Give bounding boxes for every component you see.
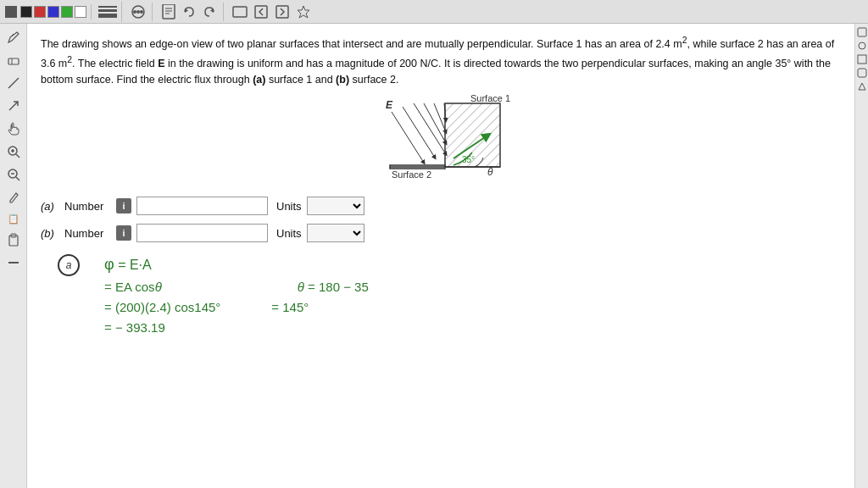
line-medium[interactable] xyxy=(98,9,117,12)
toolbar-hand-icon[interactable] xyxy=(3,119,24,139)
problem-text-content: The drawing shows an edge-on view of two… xyxy=(41,38,834,86)
right-sidebar xyxy=(854,24,868,488)
svg-rect-30 xyxy=(858,28,866,36)
svg-rect-33 xyxy=(858,69,866,77)
part-a-number-label: Number xyxy=(64,200,111,213)
solution-line-1: φ = E·A xyxy=(104,252,841,277)
toolbar-arrow-icon[interactable] xyxy=(3,96,24,116)
svg-text:θ: θ xyxy=(487,166,493,178)
color-red[interactable] xyxy=(34,6,46,18)
right-icon-4[interactable] xyxy=(857,68,867,78)
part-a-info-button[interactable]: i xyxy=(116,198,131,214)
right-icon-1[interactable] xyxy=(857,27,867,37)
solution-line-4: = − 393.19 xyxy=(104,318,841,338)
toolbar-pen-icon[interactable] xyxy=(3,27,24,47)
toolbar-eraser-icon[interactable] xyxy=(3,50,24,70)
svg-line-40 xyxy=(414,103,446,154)
part-b-number-input[interactable] xyxy=(136,224,268,242)
toolbar-minus-icon[interactable] xyxy=(3,252,24,273)
svg-rect-0 xyxy=(5,6,17,18)
part-b-info-button[interactable]: i xyxy=(116,225,131,241)
diagram-area: E 35° θ Surface 1 Surface 2 xyxy=(41,95,841,188)
svg-point-3 xyxy=(136,10,140,14)
color-green[interactable] xyxy=(61,6,73,18)
svg-point-4 xyxy=(140,10,143,14)
svg-point-31 xyxy=(859,42,865,49)
right-icon-2[interactable] xyxy=(857,41,867,51)
nav-next-icon[interactable] xyxy=(273,3,292,21)
solution-line-3: = (200)(2.4) cos145° = 145° xyxy=(104,297,841,318)
toolbar-zoom-in-icon[interactable] xyxy=(3,141,24,162)
left-toolbar: 📋 xyxy=(0,24,27,488)
toolbar-zoom-out-icon[interactable] xyxy=(3,164,24,185)
toolbar-group-file xyxy=(155,3,224,21)
toolbar-clipboard-icon[interactable] xyxy=(3,230,24,250)
color-white[interactable] xyxy=(75,6,86,18)
line-thin[interactable] xyxy=(98,6,117,8)
line-thick[interactable] xyxy=(98,14,117,18)
svg-text:Surface 1: Surface 1 xyxy=(470,95,510,103)
part-a-units-label: Units xyxy=(276,200,302,213)
svg-line-42 xyxy=(434,103,446,132)
svg-line-21 xyxy=(16,154,19,158)
top-toolbar-area xyxy=(0,0,868,24)
color-black[interactable] xyxy=(20,6,32,18)
part-a-units-select[interactable]: N·m²/C V·m xyxy=(307,197,364,215)
window-icon[interactable] xyxy=(231,3,249,21)
svg-marker-10 xyxy=(210,8,214,13)
svg-rect-13 xyxy=(276,6,288,18)
problem-diagram: E 35° θ Surface 1 Surface 2 xyxy=(356,95,526,188)
toolbar-group-shapes xyxy=(125,3,153,21)
toolbar-ai-label[interactable]: 📋 xyxy=(3,210,24,227)
right-icon-3[interactable] xyxy=(857,54,867,64)
part-a-label: (a) xyxy=(41,200,59,213)
svg-marker-14 xyxy=(298,6,309,18)
toolbar-group-colors xyxy=(3,4,92,19)
toolbar-line-icon[interactable] xyxy=(3,73,24,93)
svg-point-2 xyxy=(133,10,136,14)
main-content: The drawing shows an edge-on view of two… xyxy=(27,24,854,488)
part-b-units-select[interactable]: N·m²/C V·m xyxy=(307,224,364,242)
solution-area: a φ = E·A = EA cosθ θ = 180 − 35 = (200)… xyxy=(41,252,841,338)
part-a-number-input[interactable] xyxy=(136,197,268,215)
right-icon-5[interactable] xyxy=(857,81,867,92)
nav-prev-icon[interactable] xyxy=(252,3,270,21)
svg-line-19 xyxy=(9,102,18,110)
problem-text: The drawing shows an edge-on view of two… xyxy=(41,34,841,88)
redo-icon[interactable] xyxy=(200,3,219,21)
part-b-number-label: Number xyxy=(64,227,111,240)
svg-rect-16 xyxy=(8,58,19,64)
color-blue[interactable] xyxy=(47,6,59,18)
svg-text:Surface 2: Surface 2 xyxy=(392,169,431,180)
undo-icon[interactable] xyxy=(180,3,198,21)
part-a-row: (a) Number i Units N·m²/C V·m xyxy=(41,197,841,215)
toolbar-group-lines xyxy=(94,2,122,22)
solution-line-2: = EA cosθ θ = 180 − 35 xyxy=(104,277,841,297)
svg-rect-11 xyxy=(233,7,247,17)
toolbar-icon-pen[interactable] xyxy=(3,4,19,19)
svg-line-18 xyxy=(8,78,19,88)
circle-dots-icon[interactable] xyxy=(129,3,147,21)
svg-marker-9 xyxy=(185,8,188,13)
part-b-label: (b) xyxy=(41,227,59,240)
toolbar-pencil2-icon[interactable] xyxy=(3,187,24,208)
toolbar-group-misc xyxy=(226,3,317,21)
svg-line-25 xyxy=(16,177,19,180)
page-icon[interactable] xyxy=(159,3,178,21)
solution-part-a-circle: a xyxy=(58,254,80,276)
svg-line-38 xyxy=(392,112,424,163)
svg-rect-12 xyxy=(255,6,267,18)
svg-text:35°: 35° xyxy=(462,155,475,164)
star-icon[interactable] xyxy=(294,3,313,21)
phi-symbol: φ xyxy=(104,256,114,273)
svg-text:E: E xyxy=(386,99,393,111)
svg-rect-32 xyxy=(858,55,866,64)
part-b-units-label: Units xyxy=(276,227,302,240)
part-b-row: (b) Number i Units N·m²/C V·m xyxy=(41,224,841,242)
